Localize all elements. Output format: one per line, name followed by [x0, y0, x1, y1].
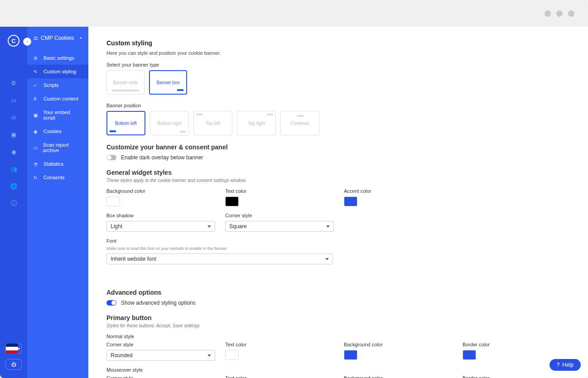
primary-title: Primary button	[106, 314, 570, 321]
icon-rail: C › ⚙ ▭ ‹/› ▣ ◉ 👥 🌐 ⓘ ⏻	[0, 27, 27, 378]
font-hint: Make sure to load this font on your webs…	[106, 246, 570, 251]
sidebar-header[interactable]: ⚖ CMP Cookies ▾	[27, 35, 88, 51]
pos-centered[interactable]: Centered	[280, 111, 319, 135]
power-button[interactable]: ⏻	[5, 359, 22, 370]
accent-color-swatch[interactable]	[344, 196, 357, 206]
corner-style-label: Corner style	[225, 213, 343, 218]
cookies-icon: ⚖	[34, 35, 38, 41]
corner-style-select[interactable]: Square	[225, 221, 334, 232]
nav-icon[interactable]: ⚙	[10, 79, 17, 86]
pos-bottom-right[interactable]: Bottom right	[150, 111, 189, 135]
bg-color-label: Background color	[344, 375, 462, 378]
mouseover-style-label: Mouseover style	[106, 367, 570, 373]
sidebar-item-label: Scripts	[43, 82, 59, 88]
card-label: Top right	[248, 121, 265, 126]
chevron-down-icon: ▾	[80, 36, 82, 40]
dark-overlay-toggle[interactable]	[106, 155, 116, 160]
bg-color-swatch[interactable]	[106, 196, 120, 206]
general-title: General widget styles	[106, 169, 570, 176]
sidebar-item-label: Consents	[43, 175, 64, 180]
box-shadow-label: Box shadow	[106, 213, 224, 218]
corner-label: Corner style	[106, 342, 224, 347]
nav-icon[interactable]: ◉	[10, 148, 17, 155]
customize-title: Customize your banner & consent panel	[106, 144, 570, 151]
sidebar-item-label: Your embed script	[43, 110, 82, 120]
nav-icon[interactable]: ▣	[10, 131, 17, 138]
pos-top-right[interactable]: Top right	[237, 111, 276, 135]
help-icon: ?	[557, 362, 560, 368]
sidebar: ⚖ CMP Cookies ▾ ⚙Basic settings ✎Custom …	[27, 27, 88, 378]
sidebar-item-label: Scan report archive	[43, 142, 82, 153]
card-label: Centered	[290, 121, 309, 126]
flag-uk-icon	[6, 344, 18, 354]
normal-style-label: Normal style	[106, 334, 570, 339]
advanced-toggle[interactable]	[106, 300, 116, 306]
primary-bg-swatch[interactable]	[344, 350, 357, 360]
bg-color-label: Background color	[344, 342, 462, 347]
card-label: Bottom left	[115, 121, 137, 126]
app-logo: C	[8, 35, 19, 47]
sidebar-item-basic[interactable]: ⚙Basic settings	[27, 51, 88, 65]
archive-icon: ▭	[34, 145, 39, 150]
page-desc: Here you can style and position your coo…	[106, 50, 570, 56]
sidebar-item-label: Cookies	[43, 129, 62, 134]
sidebar-item-styling[interactable]: ✎Custom styling	[27, 65, 88, 78]
sidebar-item-label: Basic settings	[43, 55, 74, 61]
border-color-label: Border color	[463, 342, 580, 347]
card-label: Bottom right	[157, 121, 182, 126]
window-dot	[568, 10, 574, 17]
nav-icon[interactable]: ‹/›	[10, 114, 17, 121]
primary-border-swatch[interactable]	[463, 350, 476, 360]
gear-icon: ⚙	[34, 56, 39, 61]
refresh-icon: ↻	[34, 175, 39, 180]
text-color-label: Text color	[225, 375, 343, 378]
sidebar-item-archive[interactable]: ▭Scan report archive	[27, 138, 88, 157]
text-color-label: Text color	[225, 188, 343, 194]
select-value: Inherit website font	[111, 256, 156, 262]
chart-icon: ◔	[34, 162, 39, 167]
text-icon: A	[34, 96, 39, 101]
corner-label: Corner style	[106, 375, 224, 378]
nav-icon[interactable]: 🌐	[10, 182, 17, 190]
general-desc: These styles apply to the cookie banner …	[106, 178, 570, 183]
card-label: Top left	[206, 121, 220, 126]
primary-text-swatch[interactable]	[225, 350, 239, 360]
sidebar-item-label: Custom content	[43, 96, 78, 101]
page-title: Custom styling	[106, 39, 570, 47]
primary-corner-select[interactable]: Rounded	[106, 350, 215, 361]
select-value: Light	[111, 223, 122, 230]
main-content: Custom styling Here you can style and po…	[88, 27, 588, 378]
box-shadow-select[interactable]: Light	[106, 221, 215, 232]
cookie-icon: ◉	[34, 129, 39, 134]
pencil-icon: ✎	[34, 69, 39, 74]
sidebar-item-scripts[interactable]: ‹›Scripts	[27, 78, 88, 92]
text-color-swatch[interactable]	[225, 196, 239, 206]
accent-color-label: Accent color	[344, 188, 462, 194]
nav-icon[interactable]: ▭	[10, 96, 17, 104]
select-value: Rounded	[111, 352, 133, 359]
sidebar-item-stats[interactable]: ◔Statistics	[27, 157, 88, 171]
banner-type-box[interactable]: Banner box	[149, 70, 187, 95]
nav-icon[interactable]: 👥	[10, 165, 17, 172]
card-label: Banner wide	[113, 80, 138, 85]
font-select[interactable]: Inherit website font	[106, 254, 333, 264]
nav-icon[interactable]: ⓘ	[10, 200, 17, 207]
bg-color-label: Background color	[106, 188, 224, 194]
banner-pos-label: Banner position	[106, 103, 570, 108]
help-button[interactable]: ?Help	[549, 359, 581, 371]
sidebar-item-content[interactable]: ACustom content	[27, 92, 88, 105]
banner-type-wide[interactable]: Banner wide	[106, 70, 145, 95]
language-selector[interactable]	[5, 344, 22, 354]
titlebar	[0, 0, 588, 27]
sidebar-item-consents[interactable]: ↻Consents	[27, 171, 88, 184]
primary-desc: Styles for these buttons: Accept, Save s…	[106, 323, 570, 328]
sidebar-item-label: Statistics	[43, 161, 63, 167]
window-dot	[545, 10, 551, 17]
banner-type-label: Select your banner type	[106, 62, 570, 67]
advanced-title: Advanced options	[106, 289, 570, 296]
pos-bottom-left[interactable]: Bottom left	[106, 111, 145, 135]
sidebar-item-cookies[interactable]: ◉Cookies	[27, 124, 88, 138]
pos-top-left[interactable]: Top left	[193, 111, 232, 135]
sidebar-item-embed[interactable]: ▣Your embed script	[27, 105, 88, 124]
sidebar-toggle[interactable]: ›	[23, 38, 31, 46]
